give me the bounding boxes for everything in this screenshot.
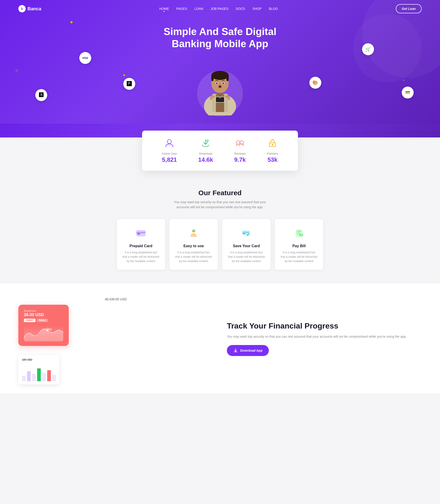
download-icon [198, 138, 213, 150]
paypal-badge: 🅿 [123, 78, 135, 90]
track-title: Track Your Financial Progress [227, 321, 422, 330]
table-tab[interactable]: TABLE [37, 319, 48, 322]
bar-1 [22, 376, 26, 381]
svg-text:$98: $98 [47, 329, 50, 330]
svg-rect-35 [297, 234, 301, 234]
nav-blog[interactable]: BLOG [269, 7, 278, 11]
save-card-icon [228, 227, 265, 240]
download-button[interactable]: Download App [227, 345, 269, 356]
stat-download-label: Download [198, 152, 213, 155]
track-section: 46,438.00 USD Expenses 36.00 USD CHART T… [0, 284, 440, 394]
save-card-desc: It is a long established fact that a rea… [228, 250, 265, 264]
logo-text: Banca [28, 6, 41, 12]
stat-download: Download 14.6k [198, 138, 213, 163]
svg-rect-31 [242, 232, 249, 232]
track-amount-display: 46,438.00 USD [18, 297, 213, 301]
download-button-icon [233, 348, 238, 353]
pay-bill-desc: It is a long established fact that a rea… [280, 250, 318, 264]
hero-content: Simple And Safe Digital Banking Mobile A… [0, 26, 440, 116]
expenses-card: Expenses 36.00 USD CHART TABLE [18, 305, 69, 346]
active-user-icon [162, 138, 177, 150]
visa-badge: VISA [79, 52, 91, 64]
svg-point-17 [206, 139, 209, 142]
features-grid: Prepaid Card It is a long established fa… [117, 219, 323, 270]
person-svg [199, 56, 241, 115]
bar-chart-label: 100 USD [22, 358, 32, 361]
nav-home[interactable]: HOME [159, 7, 169, 11]
wave-chart: $98 [24, 325, 63, 341]
expenses-label: Expenses [24, 309, 63, 313]
bar-4 [37, 368, 41, 381]
track-text: Track Your Financial Progress You may wa… [227, 321, 422, 356]
easy-to-use-title: Easy to use [175, 244, 212, 248]
save-card-title: Save Your Card [228, 244, 265, 248]
hero-person-area [195, 54, 245, 116]
logo-icon: b [18, 5, 26, 12]
chart-tab[interactable]: CHART [24, 319, 36, 322]
reviews-icon [234, 138, 246, 150]
stat-download-value: 14.6k [198, 156, 213, 163]
svg-point-15 [167, 139, 171, 144]
navigation: b Banca HOME PAGES LOAN JOB PAGES DOCS S… [0, 0, 440, 17]
bar-6 [47, 370, 51, 381]
logo[interactable]: b Banca [18, 5, 41, 12]
person-figure [199, 56, 241, 116]
pay-bill-icon [280, 227, 318, 240]
stat-reviews-value: 9.7k [234, 156, 246, 163]
amazon-badge: 🅰 [35, 89, 47, 101]
expenses-amount: 36.00 USD [24, 313, 63, 317]
wave-svg: $98 [24, 325, 63, 341]
blob-decoration [165, 334, 199, 380]
featured-title: Our Featured [18, 189, 422, 197]
stats-wrapper: Active User 5,821 Download 14.6k Reviews… [0, 124, 440, 171]
svg-rect-2 [216, 94, 224, 112]
easy-to-use-desc: It is a long established fact that a rea… [175, 250, 212, 264]
stats-card: Active User 5,821 Download 14.6k Reviews… [142, 131, 298, 171]
get-loan-button[interactable]: Get Loan [396, 4, 422, 13]
nav-job-pages[interactable]: JOB PAGES [211, 7, 229, 11]
svg-rect-14 [216, 97, 224, 102]
stat-partners: Partners 53k [267, 138, 278, 163]
prepaid-card-desc: It is a long established fact that a rea… [122, 250, 160, 264]
card-tabs: CHART TABLE [24, 319, 63, 322]
dot-1 [70, 21, 73, 23]
easy-to-use-icon [175, 227, 212, 240]
stat-reviews: Reviews 9.7k [234, 138, 246, 163]
svg-point-10 [222, 82, 224, 84]
featured-subtitle: You may want top security so that you ca… [172, 200, 268, 210]
feature-card-save: Save Your Card It is a long established … [222, 219, 270, 270]
featured-section: Our Featured You may want top security s… [0, 171, 440, 284]
track-visuals: 46,438.00 USD Expenses 36.00 USD CHART T… [18, 297, 213, 380]
svg-rect-5 [211, 75, 214, 81]
stat-active-user-value: 5,821 [162, 156, 177, 163]
feature-card-prepaid: Prepaid Card It is a long established fa… [117, 219, 165, 270]
nav-loan[interactable]: LOAN [194, 7, 203, 11]
hero-section: VISA 🅿 🅰 🛒 🎨 💳 Simple And Safe Digital B… [0, 0, 440, 124]
svg-rect-34 [297, 232, 300, 233]
bar-7 [52, 375, 56, 381]
feature-card-easy: Easy to use It is a long established fac… [170, 219, 218, 270]
svg-rect-16 [167, 144, 172, 146]
svg-point-12 [219, 86, 221, 87]
bar-chart-card: 100 USD [18, 355, 60, 384]
nav-pages[interactable]: PAGES [176, 7, 187, 11]
hero-title: Simple And Safe Digital Banking Mobile A… [164, 26, 276, 50]
svg-point-21 [272, 144, 273, 146]
pay-bill-title: Pay Bill [280, 244, 318, 248]
google-badge: 🎨 [309, 77, 321, 89]
svg-rect-6 [226, 75, 229, 81]
svg-rect-25 [137, 233, 140, 235]
svg-point-26 [192, 229, 195, 233]
nav-links: HOME PAGES LOAN JOB PAGES DOCS SHOP BLOG [159, 7, 278, 11]
nav-shop[interactable]: SHOP [252, 7, 261, 11]
partners-icon [267, 138, 278, 150]
bar-chart [22, 363, 56, 381]
track-desc: You may want top security so that you ca… [227, 334, 422, 340]
prepaid-card-icon [122, 227, 160, 240]
prepaid-card-title: Prepaid Card [122, 244, 160, 248]
stat-partners-value: 53k [267, 156, 278, 163]
bar-3 [32, 374, 36, 381]
bar-5 [42, 373, 46, 381]
svg-rect-27 [191, 234, 196, 234]
nav-docs[interactable]: DOCS [236, 7, 245, 11]
